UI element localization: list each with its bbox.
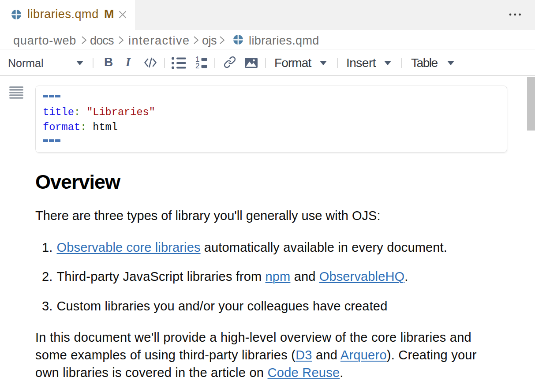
svg-text:2: 2 [195, 62, 199, 69]
